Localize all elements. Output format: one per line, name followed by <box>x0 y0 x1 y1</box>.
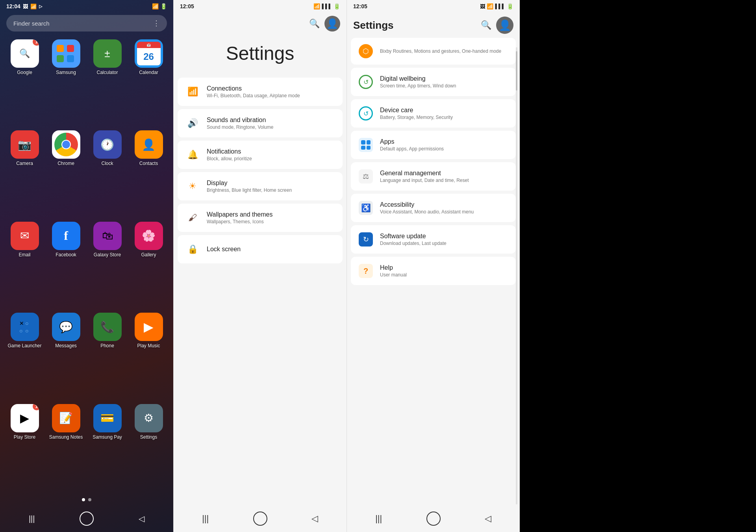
settings-detail-header: Settings 🔍 👤 <box>347 13 520 38</box>
lock-screen-icon: 🔒 <box>185 241 200 257</box>
sounds-subtitle: Sound mode, Ringtone, Volume <box>207 124 335 130</box>
apps-icon <box>358 137 374 153</box>
app-settings[interactable]: ⚙ Settings <box>130 404 167 490</box>
app-samsung-pay-label: Samsung Pay <box>93 434 122 440</box>
display-text: Display Brightness, Blue light filter, H… <box>207 180 335 193</box>
help-text: Help User manual <box>380 264 509 278</box>
settings-list-wifi-icon: 📶 <box>313 3 320 9</box>
display-title: Display <box>207 180 335 187</box>
settings-item-connections[interactable]: 📶 Connections Wi-Fi, Bluetooth, Data usa… <box>178 78 343 106</box>
app-google[interactable]: 🔍 1 Google <box>6 39 43 126</box>
device-care-title: Device care <box>380 107 509 114</box>
wallpapers-subtitle: Wallpapers, Themes, Icons <box>207 219 335 224</box>
settings-detail-recents[interactable]: ||| <box>375 513 382 524</box>
app-play-music-label: Play Music <box>137 343 160 348</box>
settings-detail-item-accessibility[interactable]: ♿ Accessibility Voice Assistant, Mono au… <box>351 194 516 222</box>
settings-detail-item-digital-wellbeing[interactable]: ↺ Digital wellbeing Screen time, App tim… <box>351 68 516 96</box>
apps-subtitle: Default apps, App permissions <box>380 146 509 152</box>
app-facebook-label: Facebook <box>56 252 76 258</box>
app-calculator[interactable]: ± Calculator <box>89 39 126 126</box>
settings-detail-title: Settings <box>353 19 394 32</box>
app-game-launcher[interactable]: ✕ ○ ○ ○ Game Launcher <box>6 313 43 399</box>
settings-detail-item-general-management[interactable]: ⚖ General management Language and input,… <box>351 162 516 191</box>
settings-detail-item-device-care[interactable]: ↺ Device care Battery, Storage, Memory, … <box>351 99 516 128</box>
settings-list-title: Settings <box>174 35 346 76</box>
settings-detail-signal-icon: ▌▌▌ <box>495 4 505 9</box>
app-samsung-pay[interactable]: 💳 Samsung Pay <box>89 404 126 490</box>
settings-detail-item-help[interactable]: ? Help User manual <box>351 257 516 285</box>
app-messages[interactable]: 💬 Messages <box>48 313 84 399</box>
accessibility-subtitle: Voice Assistant, Mono audio, Assistant m… <box>380 209 509 215</box>
app-samsung[interactable]: Samsung <box>48 39 84 126</box>
app-play-store-label: Play Store <box>14 434 35 440</box>
settings-item-display[interactable]: ☀ Display Brightness, Blue light filter,… <box>178 172 343 200</box>
wallpapers-text: Wallpapers and themes Wallpapers, Themes… <box>207 211 335 224</box>
notifications-icon: 🔔 <box>185 147 200 163</box>
accessibility-icon: ♿ <box>358 200 374 216</box>
dot-2 <box>88 498 91 501</box>
settings-list-top-bar: 🔍 👤 <box>174 13 346 35</box>
app-gallery[interactable]: 🌸 Gallery <box>130 222 167 308</box>
digital-wellbeing-subtitle: Screen time, App timers, Wind down <box>380 83 509 89</box>
more-options-icon[interactable]: ⋮ <box>153 19 160 28</box>
user-avatar[interactable]: 👤 <box>324 16 340 32</box>
settings-list-time: 12:05 <box>180 3 194 9</box>
settings-list-status-bar: 12:05 📶 ▌▌▌ 🔋 <box>174 0 346 13</box>
general-management-text: General management Language and input, D… <box>380 170 509 183</box>
settings-detail-avatar[interactable]: 👤 <box>496 17 513 34</box>
app-phone[interactable]: 📞 Phone <box>89 313 126 399</box>
settings-detail-home[interactable] <box>426 512 441 526</box>
digital-wellbeing-icon: ↺ <box>358 74 374 90</box>
settings-detail-item-apps[interactable]: Apps Default apps, App permissions <box>351 131 516 159</box>
settings-detail-item-software-update[interactable]: ↻ Software update Download updates, Last… <box>351 225 516 254</box>
wallpapers-title: Wallpapers and themes <box>207 211 335 218</box>
app-galaxy-store[interactable]: 🛍 Galaxy Store <box>89 222 126 308</box>
settings-list-nav-bar: ||| ◁ <box>174 505 346 532</box>
app-gallery-label: Gallery <box>141 252 156 258</box>
app-email[interactable]: ✉ Email <box>6 222 43 308</box>
app-galaxy-store-label: Galaxy Store <box>94 252 121 258</box>
app-play-music[interactable]: ▶ Play Music <box>130 313 167 399</box>
settings-item-wallpapers[interactable]: 🖌 Wallpapers and themes Wallpapers, Them… <box>178 204 343 232</box>
settings-item-lock-screen[interactable]: 🔒 Lock screen <box>178 235 343 263</box>
settings-list-signal-icon: ▌▌▌ <box>322 4 332 9</box>
software-update-icon: ↻ <box>358 232 374 247</box>
home-screen: 12:04 🖼 📶 ▷ 📶 🔋 Finder search ⋮ 🔍 1 Goog… <box>0 0 173 532</box>
app-camera-label: Camera <box>16 161 33 166</box>
play-store-badge: 1 <box>33 404 39 410</box>
app-samsung-notes[interactable]: 📝 Samsung Notes <box>48 404 84 490</box>
app-phone-label: Phone <box>100 343 114 348</box>
app-chrome[interactable]: Chrome <box>48 130 84 217</box>
app-calendar[interactable]: 📅 26 Calendar <box>130 39 167 126</box>
settings-search-icon[interactable]: 🔍 <box>309 19 320 29</box>
app-game-launcher-label: Game Launcher <box>7 343 41 348</box>
settings-detail-status-bar: 12:05 🖼 📶 ▌▌▌ 🔋 <box>347 0 520 13</box>
general-management-title: General management <box>380 170 509 177</box>
home-back-button[interactable]: ◁ <box>139 514 145 523</box>
settings-item-sounds[interactable]: 🔊 Sounds and vibration Sound mode, Ringt… <box>178 109 343 137</box>
app-play-store[interactable]: ▶ 1 Play Store <box>6 404 43 490</box>
app-facebook[interactable]: f Facebook <box>48 222 84 308</box>
app-camera[interactable]: 📷 Camera <box>6 130 43 217</box>
home-home-button[interactable] <box>80 512 94 526</box>
app-contacts[interactable]: 👤 Contacts <box>130 130 167 217</box>
settings-detail-item-bixby[interactable]: ⬡ Bixby Routines, Motions and gestures, … <box>351 38 516 65</box>
app-clock[interactable]: 🕐 Clock <box>89 130 126 217</box>
settings-item-notifications[interactable]: 🔔 Notifications Block, allow, prioritize <box>178 141 343 169</box>
app-clock-label: Clock <box>101 161 113 166</box>
accessibility-text: Accessibility Voice Assistant, Mono audi… <box>380 201 509 215</box>
home-recents-button[interactable]: ||| <box>29 514 35 523</box>
home-nav-bar: ||| ◁ <box>0 505 173 532</box>
finder-search-bar[interactable]: Finder search ⋮ <box>6 15 167 32</box>
settings-list-recents[interactable]: ||| <box>202 513 209 524</box>
settings-list-back[interactable]: ◁ <box>311 513 318 524</box>
settings-list-home[interactable] <box>253 512 267 526</box>
scrollbar-thumb <box>516 51 517 91</box>
sounds-icon: 🔊 <box>185 115 200 131</box>
display-icon: ☀ <box>185 178 200 194</box>
settings-detail-search-icon[interactable]: 🔍 <box>481 20 491 30</box>
settings-detail-back[interactable]: ◁ <box>485 513 491 524</box>
digital-wellbeing-text: Digital wellbeing Screen time, App timer… <box>380 75 509 89</box>
app-chrome-label: Chrome <box>57 161 74 166</box>
app-settings-label: Settings <box>140 434 157 440</box>
